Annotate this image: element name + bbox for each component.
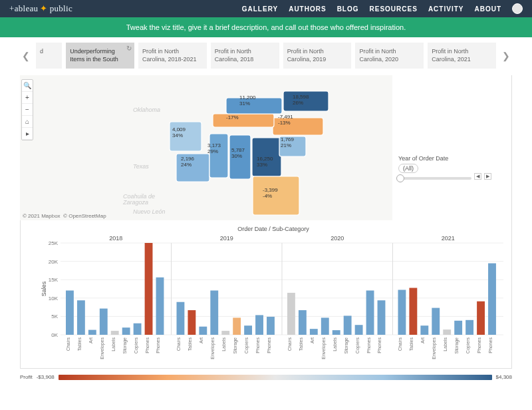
- svg-rect-30: [213, 114, 274, 127]
- svg-text:Phones: Phones: [477, 337, 481, 353]
- svg-text:Copiers: Copiers: [134, 337, 139, 354]
- svg-rect-27: [273, 118, 323, 135]
- svg-text:Art: Art: [310, 337, 315, 343]
- svg-text:Tables: Tables: [299, 337, 303, 351]
- map-panel: 🔍 + − ⌂ ▸ OklahomaTexasCoahuila deZarago…: [20, 75, 512, 220]
- svg-text:Labels: Labels: [111, 337, 116, 351]
- tab-nc-2020[interactable]: Profit in North Carolina, 2020: [355, 43, 424, 69]
- svg-rect-105: [355, 325, 363, 335]
- banner-text: Tweak the viz title, give it a brief des…: [126, 23, 406, 31]
- legend-gradient: [59, 375, 492, 380]
- svg-text:Zaragoza: Zaragoza: [122, 199, 148, 206]
- nav-activity[interactable]: ACTIVITY: [428, 5, 464, 13]
- svg-text:2019: 2019: [220, 235, 233, 242]
- svg-text:Phones: Phones: [377, 337, 382, 353]
- map-zoom-in-button[interactable]: +: [22, 92, 33, 104]
- tab-nc-2021[interactable]: Profit in North Carolina, 2021: [428, 43, 496, 69]
- tab-label: Profit in North Carolina, 2019: [287, 48, 327, 63]
- tabs-next-button[interactable]: ❯: [500, 43, 512, 69]
- map-play-button[interactable]: ▸: [22, 128, 33, 140]
- svg-text:Art: Art: [88, 337, 93, 343]
- svg-rect-24: [279, 136, 306, 156]
- svg-rect-109: [378, 301, 386, 335]
- nav-gallery[interactable]: GALLERY: [242, 5, 278, 13]
- svg-text:Chairs: Chairs: [176, 337, 181, 351]
- profit-legend: Profit -$3,908 $4,308: [20, 374, 512, 380]
- refresh-icon[interactable]: ↻: [126, 44, 132, 53]
- svg-text:Phones: Phones: [255, 337, 260, 353]
- svg-text:25K: 25K: [49, 240, 59, 246]
- svg-text:Tables: Tables: [188, 337, 192, 351]
- logo[interactable]: +ableau✦public: [9, 3, 72, 14]
- svg-rect-53: [66, 291, 74, 335]
- map-canvas[interactable]: OklahomaTexasCoahuila deZaragozaNuevo Le…: [20, 75, 392, 220]
- tab-nc-2018-2021[interactable]: Profit in North Carolina, 2018-2021: [138, 43, 207, 69]
- svg-rect-33: [226, 98, 282, 114]
- map-zoom-out-button[interactable]: −: [22, 104, 33, 116]
- map-search-button[interactable]: 🔍: [22, 80, 33, 92]
- tab-nc-2019[interactable]: Profit in North Carolina, 2019: [283, 43, 352, 69]
- svg-rect-67: [145, 243, 153, 335]
- map-home-button[interactable]: ⌂: [22, 116, 33, 128]
- tabs-prev-button[interactable]: ❮: [20, 43, 32, 69]
- tab-label: Profit in North Carolina, 2021: [432, 48, 471, 63]
- svg-text:Envelopes: Envelopes: [210, 337, 215, 359]
- svg-text:Envelopes: Envelopes: [100, 337, 105, 359]
- tab-label: Profit in North Carolina, 2020: [359, 48, 398, 63]
- slider-prev[interactable]: ◀: [474, 173, 481, 180]
- svg-text:Envelopes: Envelopes: [432, 337, 437, 359]
- nav-blog[interactable]: BLOG: [337, 5, 359, 13]
- tab-fragment[interactable]: d: [36, 43, 62, 69]
- svg-rect-125: [466, 320, 473, 335]
- svg-text:Storage: Storage: [233, 337, 238, 354]
- svg-rect-115: [409, 288, 417, 335]
- svg-rect-12: [209, 134, 228, 178]
- nav-authors[interactable]: AUTHORS: [289, 5, 326, 13]
- avatar[interactable]: [512, 3, 523, 14]
- svg-rect-59: [100, 309, 108, 335]
- svg-text:Storage: Storage: [122, 337, 128, 354]
- svg-text:Chairs: Chairs: [287, 337, 292, 351]
- svg-rect-117: [420, 326, 428, 335]
- slider-next[interactable]: ▶: [484, 173, 491, 180]
- svg-text:Sales: Sales: [41, 282, 47, 297]
- svg-text:Phones: Phones: [488, 337, 493, 353]
- svg-text:Storage: Storage: [344, 337, 349, 354]
- logo-plus-icon: ✦: [38, 3, 49, 13]
- tab-underperforming[interactable]: ↻ Underperforming Items in the South: [66, 43, 134, 69]
- svg-text:Labels: Labels: [221, 337, 226, 351]
- svg-rect-79: [210, 291, 218, 335]
- svg-text:Texas: Texas: [133, 163, 149, 170]
- tab-label: Profit in North Carolina, 2018-2021: [142, 48, 197, 63]
- svg-rect-15: [229, 135, 251, 179]
- svg-text:2018: 2018: [109, 235, 122, 242]
- svg-text:2020: 2020: [331, 235, 344, 242]
- svg-text:Oklahoma: Oklahoma: [133, 106, 160, 113]
- svg-text:Copiers: Copiers: [355, 337, 360, 354]
- bar-chart-panel: Order Date / Sub-Category 0K5K10K15K20K2…: [20, 220, 512, 369]
- svg-rect-89: [267, 317, 275, 335]
- svg-rect-65: [134, 323, 142, 335]
- bar-chart[interactable]: 0K5K10K15K20K25KSales2018ChairsTablesArt…: [39, 234, 507, 367]
- svg-rect-127: [477, 302, 485, 335]
- nav-about[interactable]: ABOUT: [474, 5, 501, 13]
- svg-rect-93: [287, 293, 295, 335]
- legend-label: Profit: [20, 374, 33, 380]
- svg-rect-121: [443, 329, 451, 335]
- filter-slider[interactable]: [398, 177, 471, 180]
- attrib-osm: © OpenStreetMap: [63, 213, 106, 219]
- nav-resources[interactable]: RESOURCES: [370, 5, 418, 13]
- svg-rect-129: [488, 264, 496, 335]
- svg-rect-95: [299, 310, 307, 335]
- svg-rect-69: [156, 278, 164, 335]
- filter-value[interactable]: (All): [398, 164, 418, 173]
- svg-rect-107: [366, 291, 374, 335]
- chart-title: Order Date / Sub-Category: [39, 224, 507, 234]
- svg-text:Chairs: Chairs: [398, 337, 402, 351]
- svg-text:Art: Art: [420, 337, 425, 343]
- svg-rect-103: [344, 316, 352, 335]
- logo-left: +ableau: [9, 3, 38, 13]
- tab-nc-2018[interactable]: Profit in North Carolina, 2018: [211, 43, 279, 69]
- svg-text:Phones: Phones: [267, 337, 271, 353]
- svg-text:Phones: Phones: [366, 337, 371, 353]
